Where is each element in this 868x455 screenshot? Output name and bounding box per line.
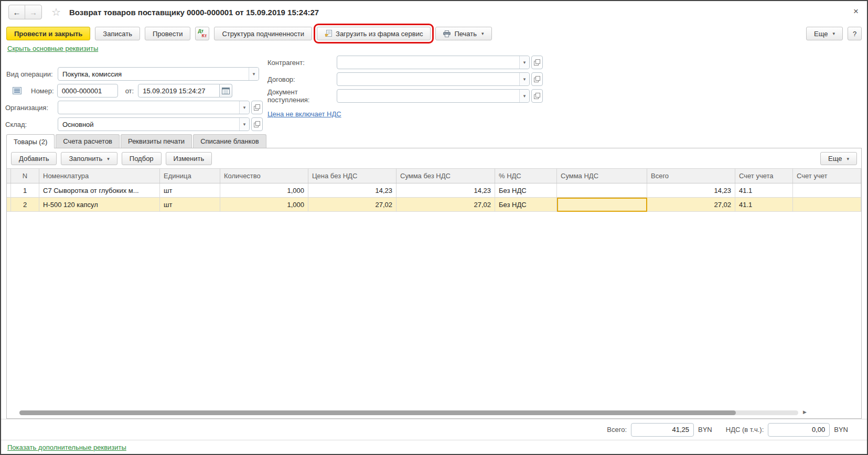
header-marker [7, 169, 11, 183]
warehouse-value: Основной [58, 118, 239, 131]
contract-value [337, 73, 519, 85]
header-total: Всего [647, 169, 735, 183]
add-row-button[interactable]: Добавить [11, 152, 57, 165]
chevron-down-icon[interactable]: ▾ [519, 90, 529, 102]
print-button-label: Печать [454, 30, 477, 38]
date-group [138, 84, 232, 98]
vat-total-label: НДС (в т.ч.): [726, 426, 764, 434]
subordination-structure-button[interactable]: Структура подчиненности [214, 27, 312, 40]
table-empty-area [7, 212, 861, 418]
dtkt-postings-button[interactable]: Дт Кт [195, 27, 209, 40]
cell-unit[interactable]: шт [160, 198, 220, 212]
chevron-down-icon[interactable]: ▾ [239, 118, 249, 131]
back-arrow-icon: ← [13, 8, 21, 17]
scrollbar-right-arrow-icon[interactable]: ▶ [803, 409, 807, 415]
contract-open-icon[interactable] [531, 72, 543, 86]
cell-price[interactable]: 14,23 [308, 183, 397, 198]
cell-amount[interactable]: 14,23 [397, 183, 495, 198]
chevron-down-icon[interactable]: ▾ [239, 101, 249, 114]
load-from-pharma-service-button[interactable]: Загрузить из фарма сервис [317, 27, 431, 40]
cell-account-vat[interactable] [793, 183, 861, 198]
cell-n[interactable]: 2 [11, 198, 39, 212]
show-additional-attributes-link[interactable]: Показать дополнительные реквизиты [7, 443, 126, 451]
header-quantity: Количество [220, 169, 308, 183]
cell-unit[interactable]: шт [160, 183, 220, 198]
edit-button[interactable]: Изменить [166, 152, 212, 165]
receipt-document-label: Документ поступления: [267, 88, 337, 104]
number-input[interactable] [57, 84, 118, 98]
page-title: Возврат товаров поставщику 0000-000001 о… [69, 8, 319, 17]
print-button[interactable]: Печать ▾ [435, 27, 491, 40]
forward-arrow-icon: → [29, 8, 37, 17]
cell-vat-amount[interactable] [557, 183, 647, 198]
cell-n[interactable]: 1 [11, 183, 39, 198]
more-button[interactable]: Еще ▾ [806, 27, 843, 40]
chevron-down-icon[interactable]: ▾ [519, 56, 529, 69]
tab-form-writeoff[interactable]: Списание бланков [193, 134, 266, 148]
tab-print-attributes[interactable]: Реквизиты печати [121, 134, 192, 148]
cell-total[interactable]: 27,02 [647, 198, 735, 212]
tab-goods[interactable]: Товары (2) [6, 134, 55, 148]
help-button[interactable]: ? [848, 27, 862, 40]
organization-select[interactable]: ▾ [58, 101, 250, 114]
horizontal-scrollbar[interactable]: ▶ [19, 410, 798, 415]
cell-price[interactable]: 27,02 [308, 198, 397, 212]
operation-kind-select[interactable]: Покупка, комиссия ▾ [58, 67, 259, 81]
table-row-selected[interactable]: 2 Н-500 120 капсул шт 1,000 27,02 27,02 … [7, 198, 861, 212]
header-vat-rate: % НДС [495, 169, 557, 183]
cell-account[interactable]: 41.1 [735, 198, 793, 212]
date-label: от: [125, 87, 134, 95]
warehouse-open-icon[interactable] [251, 117, 263, 131]
operation-kind-value: Покупка, комиссия [58, 68, 249, 80]
favorite-star-icon[interactable]: ☆ [51, 6, 61, 18]
pick-button[interactable]: Подбор [122, 152, 162, 165]
cell-amount[interactable]: 27,02 [397, 198, 495, 212]
cell-nomenclature[interactable]: Н-500 120 капсул [39, 198, 160, 212]
cell-quantity[interactable]: 1,000 [220, 183, 308, 198]
warehouse-select[interactable]: Основной ▾ [58, 117, 250, 131]
close-icon[interactable]: × [853, 6, 859, 17]
contract-select[interactable]: ▾ [337, 72, 530, 86]
table-header-row: N Номенклатура Единица Количество Цена б… [7, 169, 861, 183]
cell-vat-amount-selected[interactable] [557, 198, 647, 212]
cell-vat-rate[interactable]: Без НДС [495, 198, 557, 212]
counterparty-value [337, 56, 519, 69]
chevron-down-icon: ▾ [481, 31, 484, 36]
counterparty-open-icon[interactable] [531, 56, 543, 69]
receipt-document-open-icon[interactable] [531, 89, 543, 103]
fill-button-label: Заполнить [69, 155, 102, 162]
chevron-down-icon[interactable]: ▾ [519, 73, 529, 85]
counterparty-label: Контрагент: [267, 59, 337, 67]
cell-nomenclature[interactable]: С7 Сыворотка от глубоких м... [39, 183, 160, 198]
fill-button[interactable]: Заполнить ▾ [61, 152, 117, 165]
scrollbar-thumb[interactable] [19, 410, 736, 415]
cell-account[interactable]: 41.1 [735, 183, 793, 198]
cell-quantity[interactable]: 1,000 [220, 198, 308, 212]
nav-history-group: ← → [8, 5, 42, 19]
counterparty-select[interactable]: ▾ [337, 56, 530, 69]
cell-account-vat[interactable] [793, 198, 861, 212]
hide-main-attributes-link[interactable]: Скрыть основные реквизиты [7, 45, 98, 52]
vat-total-input[interactable] [768, 423, 830, 437]
post-button[interactable]: Провести [145, 27, 191, 40]
cell-total[interactable]: 14,23 [647, 183, 735, 198]
forward-button[interactable]: → [25, 5, 41, 19]
cell-vat-rate[interactable]: Без НДС [495, 183, 557, 198]
table-more-button[interactable]: Еще ▾ [820, 152, 857, 165]
table-row[interactable]: 1 С7 Сыворотка от глубоких м... шт 1,000… [7, 183, 861, 198]
tab-settlement-accounts[interactable]: Счета расчетов [56, 134, 120, 148]
price-not-include-vat-link[interactable]: Цена не включает НДС [267, 110, 341, 118]
chevron-down-icon: ▾ [832, 31, 835, 36]
load-button-label: Загрузить из фарма сервис [336, 30, 423, 38]
command-toolbar: Провести и закрыть Записать Провести Дт … [1, 23, 867, 43]
receipt-document-row: Документ поступления: ▾ [267, 89, 543, 103]
write-button[interactable]: Записать [95, 27, 140, 40]
chevron-down-icon[interactable]: ▾ [249, 68, 259, 80]
post-and-close-button[interactable]: Провести и закрыть [6, 27, 90, 40]
date-input[interactable] [138, 84, 220, 98]
organization-open-icon[interactable] [251, 101, 263, 114]
calendar-icon[interactable] [220, 84, 232, 98]
receipt-document-select[interactable]: ▾ [337, 89, 530, 103]
back-button[interactable]: ← [9, 5, 25, 19]
total-input[interactable] [631, 423, 694, 437]
